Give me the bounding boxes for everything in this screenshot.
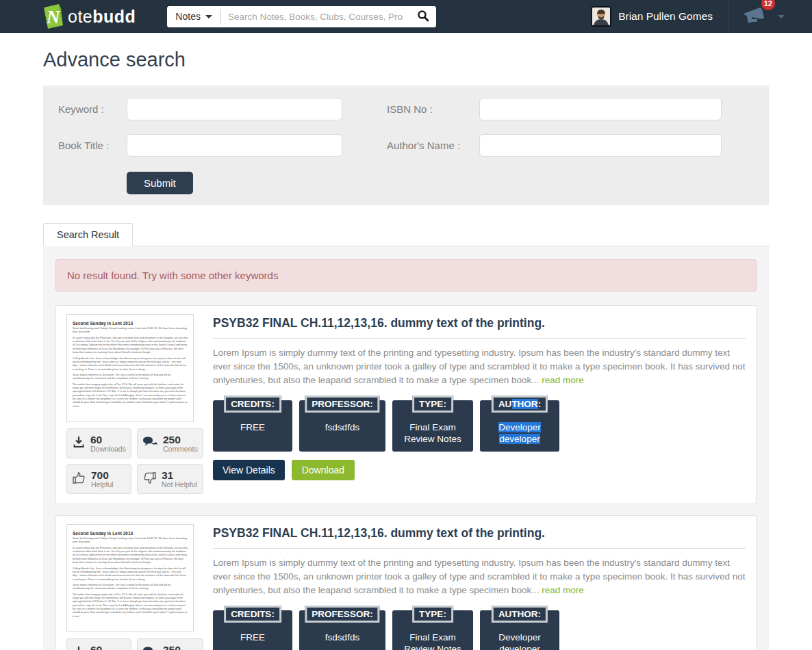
no-result-alert: No result found. Try with some other key…	[55, 259, 757, 291]
search-icon	[417, 10, 429, 24]
read-more-link[interactable]: read more	[542, 375, 584, 385]
user-name[interactable]: Brian Pullen Gomes	[618, 10, 713, 23]
result-card: Second Sunday in Lent 2013 Some brief ba…	[55, 515, 757, 650]
top-navbar: N otebudd Notes	[0, 0, 812, 33]
result-title[interactable]: PSYB32 FINAL CH.11,12,13,16. dummy text …	[213, 316, 746, 330]
navbar-right: Brian Pullen Gomes 12	[591, 0, 785, 33]
thumbs-down-icon	[142, 471, 157, 488]
professor-box: PROFESSOR: fsdsdfds	[299, 610, 385, 650]
search-category-label: Notes	[175, 11, 201, 22]
user-menu-chevron-icon[interactable]	[778, 15, 785, 18]
chevron-down-icon	[205, 15, 212, 18]
svg-text:N: N	[46, 7, 61, 27]
results-section: No result found. Try with some other key…	[43, 246, 769, 650]
selected-text: THOR	[511, 399, 537, 409]
note-thumbnail[interactable]: Second Sunday in Lent 2013 Some brief ba…	[66, 314, 194, 422]
type-box: TYPE: Final Exam Review Notes	[392, 610, 473, 650]
doc-title: Second Sunday in Lent 2013	[73, 321, 188, 326]
title-divider	[213, 548, 746, 549]
author-box: AUTHOR: Developer developer	[480, 610, 559, 650]
result-card: Second Sunday in Lent 2013 Some brief ba…	[55, 305, 757, 504]
download-button[interactable]: Download	[292, 460, 355, 480]
book-title-input[interactable]	[127, 134, 342, 157]
main-container: Advance search Keyword : ISBN No : Book …	[43, 49, 769, 650]
comments-icon	[142, 435, 158, 452]
result-title[interactable]: PSYB32 FINAL CH.11,12,13,16. dummy text …	[213, 526, 746, 541]
doc-title: Second Sunday in Lent 2013	[73, 531, 188, 536]
title-divider	[213, 338, 746, 339]
announcements-icon	[742, 6, 767, 27]
keyword-input[interactable]	[127, 98, 342, 120]
read-more-link[interactable]: read more	[542, 585, 584, 595]
tab-search-result[interactable]: Search Result	[43, 223, 133, 246]
type-box: TYPE: Final Exam Review Notes	[392, 400, 473, 452]
thumbs-up-icon	[72, 471, 86, 488]
brand-logo[interactable]: N otebudd	[38, 2, 136, 31]
author-name-label: Author's Name :	[387, 140, 479, 151]
note-thumbnail[interactable]: Second Sunday in Lent 2013 Some brief ba…	[66, 524, 194, 632]
search-category-dropdown[interactable]: Notes	[167, 6, 220, 27]
notebudd-logo-icon: N	[38, 2, 66, 31]
not-helpful-stat[interactable]: 31Not Helpful	[137, 464, 203, 494]
credits-box: CREDITS: FREE	[213, 610, 292, 650]
download-icon	[72, 645, 86, 650]
navbar-divider	[728, 0, 728, 33]
notification-badge: 12	[761, 0, 775, 10]
comments-stat[interactable]: 250Comments	[137, 638, 203, 650]
notifications-button[interactable]: 12	[742, 6, 767, 27]
keyword-label: Keyword :	[43, 103, 127, 115]
author-box: AUTHOR: Developerdeveloper	[480, 400, 559, 452]
info-row: CREDITS: FREE PROFESSOR: fsdsdfds TYPE: …	[213, 610, 746, 650]
author-name-input[interactable]	[479, 134, 722, 157]
advance-search-form: Keyword : ISBN No : Book Title : Author'…	[43, 86, 769, 205]
credits-box: CREDITS: FREE	[213, 400, 292, 452]
result-description: Lorem Ipsum is simply dummy text of the …	[213, 346, 746, 387]
professor-box: PROFESSOR: fsdsdfds	[299, 400, 385, 452]
selected-text: Developer	[498, 422, 541, 432]
search-input[interactable]	[221, 6, 410, 27]
isbn-label: ISBN No :	[387, 103, 479, 115]
comments-stat[interactable]: 250Comments	[137, 428, 203, 458]
book-title-label: Book Title :	[43, 140, 127, 151]
result-tabs: Search Result	[43, 223, 769, 246]
helpful-stat[interactable]: 700Helpful	[66, 464, 131, 494]
stats-grid: 60Downloads 250Comments 700Helpful	[66, 428, 194, 494]
selected-text: developer	[499, 434, 540, 444]
comments-icon	[142, 645, 158, 650]
result-description: Lorem Ipsum is simply dummy text of the …	[213, 556, 746, 597]
view-details-button[interactable]: View Details	[213, 460, 285, 480]
isbn-input[interactable]	[479, 98, 722, 120]
downloads-stat[interactable]: 60Downloads	[66, 428, 131, 458]
user-avatar[interactable]	[591, 6, 611, 27]
brand-text: otebudd	[68, 7, 136, 27]
search-button[interactable]	[410, 6, 436, 27]
navbar-search-group: Notes	[167, 6, 436, 27]
submit-button[interactable]: Submit	[127, 172, 193, 194]
downloads-stat[interactable]: 60Downloads	[66, 638, 131, 650]
stats-grid: 60Downloads 250Comments 700Helpful	[66, 638, 194, 650]
info-row: CREDITS: FREE PROFESSOR: fsdsdfds TYPE: …	[213, 400, 746, 452]
page-title: Advance search	[43, 49, 769, 71]
download-icon	[72, 435, 86, 452]
